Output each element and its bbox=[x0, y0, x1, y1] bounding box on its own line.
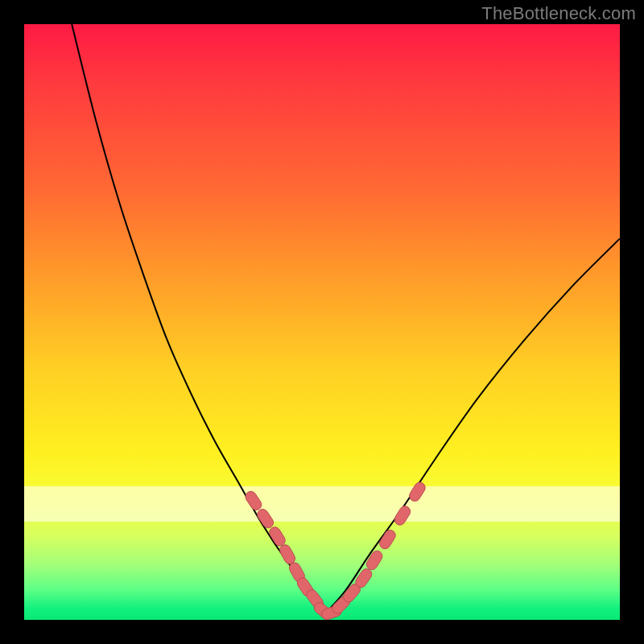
marker-group bbox=[243, 481, 427, 621]
curve-group bbox=[72, 24, 620, 614]
watermark-label: TheBottleneck.com bbox=[481, 3, 636, 24]
curve-svg bbox=[24, 24, 620, 620]
curve-curve-right bbox=[325, 238, 620, 613]
svg-rect-15 bbox=[407, 481, 427, 503]
marker-point bbox=[393, 504, 413, 526]
plot-area bbox=[24, 24, 620, 620]
marker-point bbox=[365, 549, 385, 572]
svg-rect-14 bbox=[393, 504, 413, 526]
curve-curve-left bbox=[72, 24, 325, 614]
svg-rect-0 bbox=[243, 489, 263, 512]
svg-rect-12 bbox=[365, 549, 385, 572]
marker-point bbox=[407, 481, 427, 503]
marker-point bbox=[243, 489, 263, 512]
chart-frame: TheBottleneck.com bbox=[0, 0, 644, 644]
